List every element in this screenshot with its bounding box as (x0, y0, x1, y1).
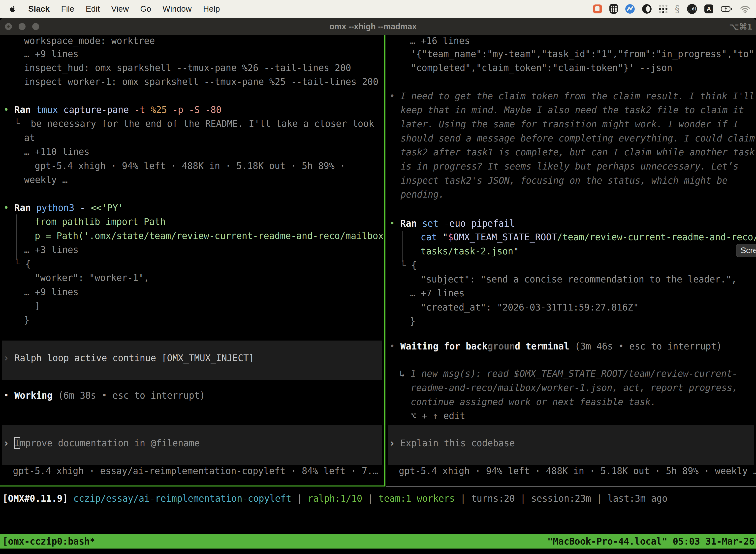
menu-app-name[interactable]: Slack (28, 4, 50, 14)
input-source-icon[interactable]: A (704, 4, 713, 13)
terminal-content: workspace_mode: worktree … +9 lines insp… (0, 35, 756, 554)
command-output-line: … +110 lines (24, 146, 89, 158)
terminal-window: omx --xhigh --madmax ⌥⌘1 workspace_mode:… (0, 18, 756, 554)
ran-command-line: • Ran tmux capture-pane -t %25 -p -S -80 (3, 104, 222, 116)
code-line: p = Path('.omx/state/team/review-current… (35, 230, 384, 242)
thinking-line: pending. (400, 189, 444, 200)
command-output-line: "created_at": "2026-03-31T11:59:27.816Z" (421, 302, 639, 313)
window-shortcut-hint: ⌥⌘1 (729, 18, 752, 35)
command-output-line: └ be necessary for the end of the README… (14, 118, 374, 129)
minimize-window-button[interactable] (19, 23, 25, 30)
ralph-loop-status-line: › Ralph loop active continue [OMX_TMUX_I… (3, 352, 254, 364)
thinking-line: • I need to get the claim token from the… (389, 91, 755, 102)
macos-menu-bar: Slack File Edit View Go Window Help § ..… (0, 0, 756, 18)
tmux-session-label[interactable]: [omx-cczip0:bash* (0, 536, 95, 547)
loom-icon[interactable] (642, 4, 651, 14)
menu-view[interactable]: View (111, 4, 129, 14)
crescent-glyph-icon (642, 4, 651, 14)
thinking-line: is in progress? It seems likely but perh… (400, 161, 738, 172)
command-output-line: … +9 lines (24, 286, 79, 298)
mailbox-message-line: ↳ 1 new msg(s): read $OMX_TEAM_STATE_ROO… (399, 368, 737, 380)
code-line: … +3 lines (24, 244, 79, 256)
pane-status-line: gpt-5.4 xhigh · 94% left · 488K in · 5.1… (399, 465, 756, 477)
battery-glyph-icon (721, 6, 732, 12)
tmux-status-bar: [omx-cczip0:bash* "MacBook-Pro-44.local"… (0, 534, 756, 549)
wifi-icon[interactable] (740, 5, 751, 13)
command-output-line: └ { (14, 258, 31, 270)
edit-hint-line: ⌥ + ↑ edit (411, 410, 465, 422)
command-output-line: at (24, 132, 35, 144)
wifi-glyph-icon (740, 5, 751, 13)
command-output-line: gpt-5.4 xhigh · 94% left · 488K in · 5.1… (35, 160, 345, 172)
mailbox-message-line: continue assigned work or next feasible … (411, 396, 656, 408)
left-pane-border (0, 486, 384, 487)
dots-grid-icon[interactable] (659, 5, 668, 13)
pane-status-line: gpt-5.4 xhigh · essay/ai-reimplementatio… (13, 465, 378, 477)
thinking-line: task2 after task1 is complete, but can I… (400, 147, 755, 158)
command-output-line: └ { (400, 260, 417, 271)
log-line: … +9 lines (24, 48, 79, 60)
tree-branch-line (402, 231, 402, 262)
command-output-line: ] (35, 300, 40, 312)
waiting-status-line: • Waiting for background terminal (3m 46… (389, 341, 722, 352)
squiggle-icon[interactable]: § (675, 3, 680, 14)
zigzag-glyph-icon (625, 4, 635, 14)
screen: Slack File Edit View Go Window Help § ..… (0, 0, 756, 554)
right-pane-border (386, 486, 756, 487)
prompt-input-line[interactable]: › Explain this codebase (389, 438, 515, 449)
code-line: cat "$OMX_TEAM_STATE_ROOT/team/review-cu… (421, 232, 756, 243)
log-line: "completed","claim_token":"claim-token"}… (411, 62, 673, 74)
menu-window[interactable]: Window (163, 4, 191, 14)
menu-go[interactable]: Go (140, 4, 151, 14)
thinking-line: later. Using the same for transition mig… (400, 119, 738, 130)
menu-help[interactable]: Help (203, 4, 220, 14)
command-output-line: } (24, 315, 29, 326)
screenshot-tooltip: Scre (736, 244, 756, 257)
working-status-line: • Working (6m 38s • esc to interrupt) (3, 390, 205, 401)
thinking-line: should send a message before completing … (400, 133, 755, 144)
log-line: … +16 lines (410, 35, 470, 47)
zoom-window-button[interactable] (32, 23, 39, 30)
command-output-line: "worker": "worker-1", (35, 272, 149, 284)
left-terminal-pane[interactable]: workspace_mode: worktree … +9 lines insp… (0, 35, 384, 487)
tree-branch-line (16, 214, 17, 260)
window-title-bar[interactable]: omx --xhigh --madmax ⌥⌘1 (0, 18, 756, 35)
blue-badge-icon[interactable] (625, 4, 635, 14)
pane-divider[interactable] (384, 35, 385, 487)
log-line: inspect_worker-1: omx sparkshell --tmux-… (24, 76, 378, 88)
menu-edit[interactable]: Edit (85, 4, 100, 14)
right-terminal-pane[interactable]: … +16 lines '{"team_name":"my-team","tas… (386, 35, 756, 487)
code-line: from pathlib import Path (35, 216, 166, 228)
battery-icon[interactable] (721, 6, 732, 12)
prompt-input-line[interactable]: › Improve documentation in @filename (3, 438, 200, 449)
command-output-line: … +7 lines (410, 288, 464, 299)
ran-command-line: • Ran set -euo pipefail (389, 218, 515, 229)
apple-menu-icon[interactable] (9, 4, 17, 14)
command-output-line: } (410, 316, 416, 327)
ran-command-line: • Ran python3 - <<'PY' (3, 202, 123, 214)
thinking-line: keep that in mind. Maybe I also need the… (400, 105, 744, 116)
code-line: tasks/task-2.json" (421, 246, 519, 257)
tmux-host-clock-label: "MacBook-Pro-44.local" 05:03 31-Mar-26 (548, 536, 756, 547)
command-output-line: weekly … (24, 174, 68, 186)
close-window-button[interactable] (5, 23, 12, 30)
log-line: workspace_mode: worktree (24, 35, 155, 47)
command-output-line: "subject": "send a concise recommendatio… (421, 274, 737, 285)
keypad-shield-icon[interactable] (610, 4, 618, 14)
window-title: omx --xhigh --madmax (329, 18, 417, 35)
log-line: inspect_hud: omx sparkshell --tmux-pane … (24, 62, 351, 74)
thinking-line: inspect task2's JSON, focusing on the st… (400, 175, 728, 186)
screenshot-chat-icon[interactable] (593, 4, 602, 13)
log-line: '{"team_name":"my-team","task_id":"1","f… (411, 48, 756, 60)
mailbox-message-line: readme-and-reco/mailbox/worker-1.json, a… (411, 382, 738, 394)
omx-session-status-line: [OMX#0.11.9] cczip/essay/ai-reimplementa… (2, 493, 668, 504)
battery-badge-icon[interactable]: ..61 (687, 4, 697, 14)
apple-logo-icon (9, 4, 16, 13)
menu-file[interactable]: File (61, 4, 74, 14)
